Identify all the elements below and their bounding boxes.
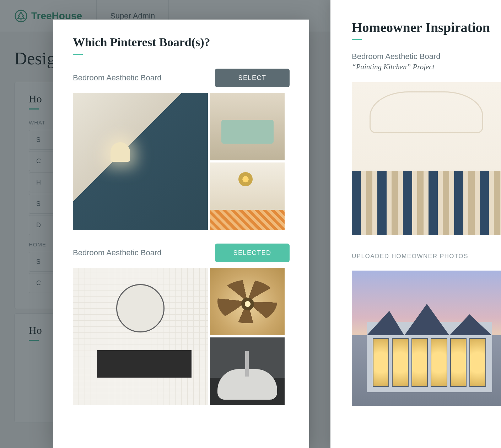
accent-underline xyxy=(352,39,362,40)
board-image-thumb[interactable] xyxy=(210,337,285,405)
accent-underline xyxy=(73,54,83,55)
select-button[interactable]: SELECT xyxy=(215,69,290,87)
panel-title: Homeowner Inspiration xyxy=(352,20,501,35)
uploaded-photos-label: UPLOADED HOMEOWNER PHOTOS xyxy=(352,253,501,260)
pinterest-board-modal: Which Pinterest Board(s)? Bedroom Aesthe… xyxy=(53,20,309,448)
selected-button[interactable]: SELECTED xyxy=(215,244,290,262)
board-header-row: Bedroom Aesthetic Board SELECTED xyxy=(73,244,290,262)
board-name: Bedroom Aesthetic Board xyxy=(73,73,161,82)
homeowner-photo-main[interactable] xyxy=(352,271,501,406)
board-name: Bedroom Aesthetic Board xyxy=(73,248,161,257)
board-image-main[interactable] xyxy=(73,268,208,405)
panel-project-name: “Painting Kitchen” Project xyxy=(352,63,501,71)
board-image-thumb[interactable] xyxy=(210,93,285,160)
inspiration-gallery xyxy=(352,82,501,235)
homeowner-photos-row xyxy=(352,271,501,406)
panel-board-name: Bedroom Aesthetic Board xyxy=(352,52,501,61)
board-gallery xyxy=(73,93,290,230)
fade xyxy=(53,437,309,448)
fade xyxy=(330,437,501,448)
board-header-row: Bedroom Aesthetic Board SELECT xyxy=(73,69,290,87)
board-image-thumb[interactable] xyxy=(210,162,285,230)
board-gallery xyxy=(73,268,290,405)
board-image-main[interactable] xyxy=(73,93,208,230)
inspiration-image-main[interactable] xyxy=(352,82,501,235)
modal-title: Which Pinterest Board(s)? xyxy=(73,36,290,49)
board-image-thumb[interactable] xyxy=(210,268,285,335)
inspiration-panel: Homeowner Inspiration Bedroom Aesthetic … xyxy=(330,0,501,448)
